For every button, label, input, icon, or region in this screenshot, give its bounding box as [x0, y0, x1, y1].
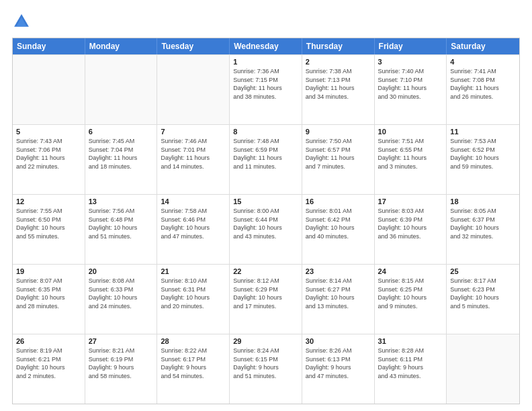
day-number: 26 [16, 337, 81, 345]
calendar-cell: 11Sunrise: 7:53 AM Sunset: 6:52 PM Dayli… [447, 125, 519, 194]
calendar-cell: 29Sunrise: 8:24 AM Sunset: 6:15 PM Dayli… [230, 334, 302, 404]
day-number: 2 [306, 58, 371, 66]
cell-text: Sunrise: 7:56 AM Sunset: 6:48 PM Dayligh… [89, 207, 154, 240]
day-number: 6 [89, 128, 154, 136]
day-number: 20 [89, 267, 154, 275]
calendar-cell: 27Sunrise: 8:21 AM Sunset: 6:19 PM Dayli… [85, 334, 158, 404]
day-number: 30 [306, 337, 371, 345]
day-number: 5 [16, 128, 81, 136]
day-number: 28 [161, 337, 226, 345]
day-number: 29 [233, 337, 298, 345]
cell-text: Sunrise: 8:24 AM Sunset: 6:15 PM Dayligh… [233, 347, 298, 380]
calendar-row: 26Sunrise: 8:19 AM Sunset: 6:21 PM Dayli… [13, 334, 519, 404]
calendar-cell: 22Sunrise: 8:12 AM Sunset: 6:29 PM Dayli… [230, 265, 302, 334]
calendar-day-header: Wednesday [230, 38, 302, 54]
day-number: 17 [378, 197, 443, 205]
cell-text: Sunrise: 7:55 AM Sunset: 6:50 PM Dayligh… [16, 207, 81, 240]
calendar-cell: 5Sunrise: 7:43 AM Sunset: 7:06 PM Daylig… [13, 125, 85, 194]
calendar-cell: 13Sunrise: 7:56 AM Sunset: 6:48 PM Dayli… [85, 195, 158, 264]
cell-text: Sunrise: 8:05 AM Sunset: 6:37 PM Dayligh… [450, 207, 516, 240]
calendar-cell: 25Sunrise: 8:17 AM Sunset: 6:23 PM Dayli… [447, 265, 519, 334]
day-number: 7 [161, 128, 226, 136]
cell-text: Sunrise: 8:22 AM Sunset: 6:17 PM Dayligh… [161, 347, 226, 380]
calendar-body: 1Sunrise: 7:36 AM Sunset: 7:15 PM Daylig… [13, 54, 519, 404]
cell-text: Sunrise: 7:43 AM Sunset: 7:06 PM Dayligh… [16, 137, 81, 171]
cell-text: Sunrise: 7:38 AM Sunset: 7:13 PM Dayligh… [306, 67, 371, 101]
calendar-cell: 23Sunrise: 8:14 AM Sunset: 6:27 PM Dayli… [302, 265, 375, 334]
calendar-cell: 30Sunrise: 8:26 AM Sunset: 6:13 PM Dayli… [302, 334, 375, 404]
cell-text: Sunrise: 8:26 AM Sunset: 6:13 PM Dayligh… [306, 347, 371, 380]
cell-text: Sunrise: 8:08 AM Sunset: 6:33 PM Dayligh… [89, 277, 154, 310]
day-number: 15 [233, 197, 298, 205]
logo [12, 12, 34, 31]
cell-text: Sunrise: 8:00 AM Sunset: 6:44 PM Dayligh… [233, 207, 298, 240]
calendar-row: 1Sunrise: 7:36 AM Sunset: 7:15 PM Daylig… [13, 54, 519, 124]
cell-text: Sunrise: 8:28 AM Sunset: 6:11 PM Dayligh… [378, 347, 443, 380]
day-number: 3 [378, 58, 443, 66]
day-number: 10 [378, 128, 443, 136]
calendar-cell: 10Sunrise: 7:51 AM Sunset: 6:55 PM Dayli… [375, 125, 447, 194]
cell-text: Sunrise: 8:12 AM Sunset: 6:29 PM Dayligh… [233, 277, 298, 310]
cell-text: Sunrise: 8:03 AM Sunset: 6:39 PM Dayligh… [378, 207, 443, 240]
calendar-day-header: Monday [85, 38, 158, 54]
calendar-day-header: Tuesday [157, 38, 230, 54]
logo-icon [12, 12, 31, 31]
calendar-day-header: Saturday [447, 38, 519, 54]
cell-text: Sunrise: 8:14 AM Sunset: 6:27 PM Dayligh… [306, 277, 371, 310]
calendar-cell: 14Sunrise: 7:58 AM Sunset: 6:46 PM Dayli… [157, 195, 230, 264]
calendar-header: SundayMondayTuesdayWednesdayThursdayFrid… [13, 38, 519, 54]
calendar-cell: 26Sunrise: 8:19 AM Sunset: 6:21 PM Dayli… [13, 334, 85, 404]
cell-text: Sunrise: 7:41 AM Sunset: 7:08 PM Dayligh… [450, 67, 516, 101]
calendar-day-header: Sunday [13, 38, 85, 54]
cell-text: Sunrise: 8:17 AM Sunset: 6:23 PM Dayligh… [450, 277, 516, 310]
calendar-cell [447, 334, 519, 404]
cell-text: Sunrise: 8:21 AM Sunset: 6:19 PM Dayligh… [89, 347, 154, 380]
day-number: 27 [89, 337, 154, 345]
day-number: 1 [233, 58, 298, 66]
day-number: 8 [233, 128, 298, 136]
cell-text: Sunrise: 7:40 AM Sunset: 7:10 PM Dayligh… [378, 67, 443, 101]
cell-text: Sunrise: 8:19 AM Sunset: 6:21 PM Dayligh… [16, 347, 81, 380]
calendar-cell: 18Sunrise: 8:05 AM Sunset: 6:37 PM Dayli… [447, 195, 519, 264]
cell-text: Sunrise: 7:36 AM Sunset: 7:15 PM Dayligh… [233, 67, 298, 101]
calendar-cell: 8Sunrise: 7:48 AM Sunset: 6:59 PM Daylig… [230, 125, 302, 194]
calendar-row: 5Sunrise: 7:43 AM Sunset: 7:06 PM Daylig… [13, 124, 519, 194]
day-number: 19 [16, 267, 81, 275]
calendar-cell: 9Sunrise: 7:50 AM Sunset: 6:57 PM Daylig… [302, 125, 375, 194]
calendar-cell: 1Sunrise: 7:36 AM Sunset: 7:15 PM Daylig… [230, 55, 302, 124]
day-number: 31 [378, 337, 443, 345]
cell-text: Sunrise: 7:51 AM Sunset: 6:55 PM Dayligh… [378, 137, 443, 171]
calendar-day-header: Thursday [302, 38, 375, 54]
day-number: 12 [16, 197, 81, 205]
day-number: 9 [306, 128, 371, 136]
cell-text: Sunrise: 7:58 AM Sunset: 6:46 PM Dayligh… [161, 207, 226, 240]
day-number: 22 [233, 267, 298, 275]
calendar: SundayMondayTuesdayWednesdayThursdayFrid… [12, 38, 520, 404]
calendar-cell: 28Sunrise: 8:22 AM Sunset: 6:17 PM Dayli… [157, 334, 230, 404]
day-number: 21 [161, 267, 226, 275]
calendar-cell: 4Sunrise: 7:41 AM Sunset: 7:08 PM Daylig… [447, 55, 519, 124]
calendar-cell: 21Sunrise: 8:10 AM Sunset: 6:31 PM Dayli… [157, 265, 230, 334]
day-number: 24 [378, 267, 443, 275]
calendar-cell [85, 55, 158, 124]
day-number: 25 [450, 267, 516, 275]
calendar-row: 12Sunrise: 7:55 AM Sunset: 6:50 PM Dayli… [13, 194, 519, 264]
calendar-cell: 7Sunrise: 7:46 AM Sunset: 7:01 PM Daylig… [157, 125, 230, 194]
cell-text: Sunrise: 7:46 AM Sunset: 7:01 PM Dayligh… [161, 137, 226, 171]
cell-text: Sunrise: 8:15 AM Sunset: 6:25 PM Dayligh… [378, 277, 443, 310]
cell-text: Sunrise: 8:07 AM Sunset: 6:35 PM Dayligh… [16, 277, 81, 310]
calendar-cell: 17Sunrise: 8:03 AM Sunset: 6:39 PM Dayli… [375, 195, 447, 264]
cell-text: Sunrise: 7:50 AM Sunset: 6:57 PM Dayligh… [306, 137, 371, 171]
day-number: 14 [161, 197, 226, 205]
cell-text: Sunrise: 8:10 AM Sunset: 6:31 PM Dayligh… [161, 277, 226, 310]
page: SundayMondayTuesdayWednesdayThursdayFrid… [0, 0, 532, 411]
calendar-cell [13, 55, 85, 124]
calendar-cell: 31Sunrise: 8:28 AM Sunset: 6:11 PM Dayli… [375, 334, 447, 404]
calendar-cell: 19Sunrise: 8:07 AM Sunset: 6:35 PM Dayli… [13, 265, 85, 334]
calendar-cell: 3Sunrise: 7:40 AM Sunset: 7:10 PM Daylig… [375, 55, 447, 124]
day-number: 18 [450, 197, 516, 205]
day-number: 13 [89, 197, 154, 205]
calendar-cell: 6Sunrise: 7:45 AM Sunset: 7:04 PM Daylig… [85, 125, 158, 194]
calendar-cell: 15Sunrise: 8:00 AM Sunset: 6:44 PM Dayli… [230, 195, 302, 264]
calendar-cell [157, 55, 230, 124]
